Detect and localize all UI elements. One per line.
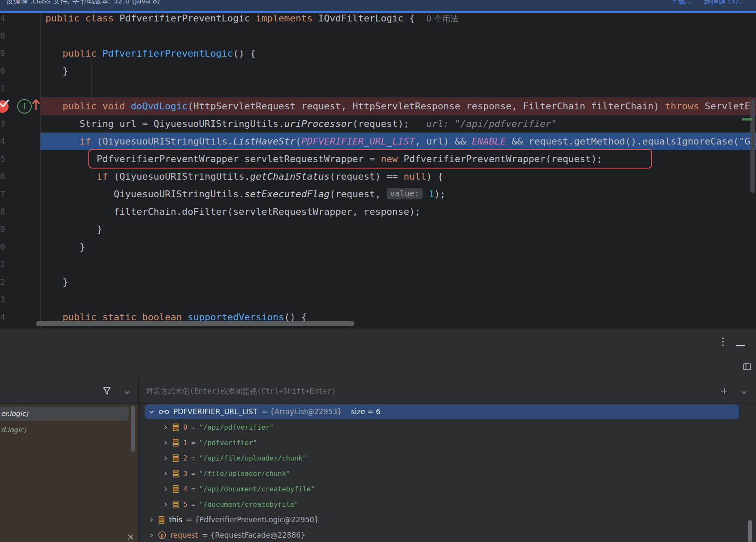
- element-value: "/pdfverifier": [199, 439, 257, 447]
- filter-funnel-icon[interactable]: [102, 386, 112, 397]
- add-watch-icon[interactable]: [720, 387, 729, 395]
- local-variable-row[interactable]: prequest = {RequestFacade@22886}: [140, 527, 756, 542]
- code-line[interactable]: String url = QiyuesuoURIStringUtils.uriP…: [40, 115, 756, 132]
- code-editor[interactable]: 2428293031I333435363738394041424344 publ…: [0, 13, 756, 328]
- code-token: ListHaveStr: [233, 136, 296, 147]
- list-element-row[interactable]: 1 = "/pdfverifier": [140, 435, 756, 450]
- gutter-row[interactable]: 36: [0, 168, 40, 185]
- code-line[interactable]: }: [40, 62, 756, 80]
- more-options-icon[interactable]: [722, 337, 724, 346]
- code-line[interactable]: if (QiyuesuoURIStringUtils.getChainStatu…: [40, 168, 756, 185]
- code-line[interactable]: }: [40, 238, 756, 256]
- gutter-row[interactable]: 29: [0, 45, 40, 62]
- chevron-down-icon[interactable]: [148, 409, 154, 415]
- code-line[interactable]: public PdfverifierPreventLogic() {: [40, 45, 756, 62]
- add-watch-icon[interactable]: [720, 387, 729, 397]
- code-line[interactable]: [40, 291, 756, 308]
- gutter-row[interactable]: 33: [0, 115, 40, 132]
- code-text: }: [40, 62, 756, 80]
- gutter-row[interactable]: 34: [0, 132, 40, 150]
- gutter-row[interactable]: I: [0, 97, 40, 115]
- line-number: 35: [0, 150, 5, 168]
- gutter-row[interactable]: 41: [0, 256, 40, 273]
- code-line[interactable]: public void doQvdLogic(HttpServletReques…: [40, 97, 756, 115]
- gutter-row[interactable]: 38: [0, 203, 40, 220]
- close-icon[interactable]: [127, 533, 134, 541]
- code-token: (QiyuesuoURIStringUtils.: [97, 136, 233, 147]
- code-line[interactable]: [40, 27, 756, 45]
- more-options-icon[interactable]: [722, 337, 724, 348]
- gutter-row[interactable]: 35: [0, 150, 40, 168]
- list-element-row[interactable]: 4 = "/api/document/createbyfile": [140, 481, 756, 497]
- list-element-row[interactable]: 0 = "/api/pdfverifier": [140, 419, 756, 435]
- evaluate-expression-input[interactable]: 对表达式求值(Enter)或添加监视(Ctrl+Shift+Enter): [146, 378, 336, 404]
- stack-frame-row[interactable]: d.logic): [0, 422, 138, 438]
- list-element-row[interactable]: 3 = "/file/uploader/chunk": [140, 466, 756, 481]
- editor-vertical-scrollbar[interactable]: [750, 99, 755, 193]
- list-element-row[interactable]: 5 = "/document/createbyfile": [140, 497, 756, 512]
- variables-tree[interactable]: PDFVERIFIER_URL_LIST= {ArrayList@22953}s…: [140, 404, 756, 542]
- hide-panel-icon[interactable]: [735, 344, 746, 347]
- chevron-right-icon[interactable]: [163, 486, 168, 492]
- gutter-row[interactable]: 42: [0, 273, 40, 291]
- choose-source-link[interactable]: 选择源 (3)...: [704, 0, 745, 6]
- chevron-right-icon[interactable]: [163, 502, 168, 507]
- stack-frame-row[interactable]: er.logic): [0, 406, 138, 422]
- gutter-row[interactable]: 43: [0, 291, 40, 308]
- hide-panel-icon[interactable]: [735, 340, 746, 349]
- editor-horizontal-scrollbar[interactable]: [36, 321, 354, 326]
- code-token: ServletException, IOException {: [705, 101, 756, 111]
- download-link[interactable]: 下载...: [671, 0, 692, 6]
- code-token: (HttpServletRequest request, HttpServlet…: [187, 101, 665, 111]
- code-line[interactable]: public class PdfverifierPreventLogic imp…: [40, 13, 756, 27]
- code-token: (QiyuesuoURIStringUtils.: [114, 171, 250, 182]
- gutter-row[interactable]: 37: [0, 185, 40, 203]
- code-text: }: [40, 238, 756, 256]
- field-icon: [172, 439, 179, 447]
- breakpoint-gutter[interactable]: I: [0, 97, 40, 115]
- gutter-row[interactable]: 24: [0, 13, 40, 27]
- local-variable-row[interactable]: this = {PdfverifierPreventLogic@22950}: [140, 512, 756, 527]
- code-token: public class: [45, 13, 119, 24]
- debug-variables-area: er.logic)d.logic) PDFVERIFIER_URL_LIST= …: [0, 403, 756, 542]
- chevron-right-icon[interactable]: [163, 425, 168, 430]
- code-token: ENABLE: [472, 136, 505, 147]
- chevron-right-icon[interactable]: [163, 455, 168, 461]
- code-line[interactable]: QiyuesuoURIStringUtils.setExecutedFlag(r…: [40, 185, 756, 203]
- chevron-right-icon[interactable]: [148, 517, 154, 523]
- code-line[interactable]: [40, 256, 756, 273]
- gutter-row[interactable]: 44: [0, 308, 40, 326]
- close-icon[interactable]: [127, 533, 134, 542]
- chevron-right-icon[interactable]: [148, 533, 154, 538]
- code-line[interactable]: if (QiyuesuoURIStringUtils.ListHaveStr(P…: [40, 132, 756, 150]
- code-line[interactable]: [40, 80, 756, 97]
- chevron-down-icon[interactable]: [124, 389, 130, 396]
- list-element-row[interactable]: 2 = "/api/file/uploader/chunk": [140, 450, 756, 466]
- chevron-right-icon[interactable]: [163, 440, 168, 446]
- gutter-row[interactable]: 39: [0, 220, 40, 238]
- implements-method-icon[interactable]: I: [17, 99, 32, 114]
- editor-gutter[interactable]: 2428293031I333435363738394041424344: [0, 13, 41, 328]
- line-number: 34: [0, 132, 5, 150]
- frames-panel[interactable]: er.logic)d.logic): [0, 404, 138, 542]
- watch-row-pdfverifier-url-list[interactable]: PDFVERIFIER_URL_LIST= {ArrayList@22953}s…: [140, 404, 756, 419]
- gutter-row[interactable]: 31: [0, 80, 40, 97]
- chevron-down-icon[interactable]: [741, 389, 747, 397]
- filter-funnel-icon[interactable]: [102, 386, 112, 396]
- layout-settings-icon[interactable]: [742, 362, 752, 371]
- chevron-down-icon[interactable]: [741, 389, 747, 396]
- code-token: if: [97, 171, 114, 182]
- code-line[interactable]: filterChain.doFilter(servletRequestWrapp…: [40, 203, 756, 220]
- chevron-right-icon[interactable]: [163, 471, 168, 476]
- editor-lines[interactable]: public class PdfverifierPreventLogic imp…: [40, 13, 756, 328]
- code-line[interactable]: }: [40, 220, 756, 238]
- line-number: 41: [0, 256, 5, 273]
- chevron-down-icon[interactable]: [124, 389, 130, 397]
- code-line[interactable]: }: [40, 273, 756, 291]
- equals-sign: =: [191, 485, 196, 493]
- gutter-row[interactable]: 40: [0, 238, 40, 256]
- gutter-row[interactable]: 30: [0, 62, 40, 80]
- gutter-row[interactable]: 28: [0, 27, 40, 45]
- layout-settings-icon[interactable]: [742, 362, 752, 373]
- variable-name: PDFVERIFIER_URL_LIST: [173, 407, 257, 416]
